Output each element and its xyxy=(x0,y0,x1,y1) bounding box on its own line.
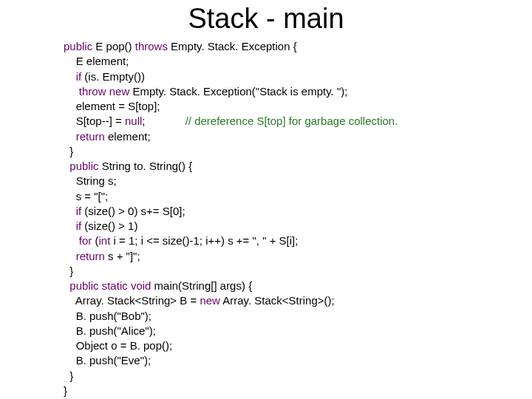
slide: Stack - main public E pop() throws Empty… xyxy=(0,3,532,399)
code-text: ; xyxy=(142,115,185,127)
kw-public: public xyxy=(64,40,92,52)
code-text: } xyxy=(64,384,67,397)
code-text: element; xyxy=(105,130,151,143)
slide-title: Stack - main xyxy=(0,3,532,35)
code-block: public E pop() throws Empty. Stack. Exce… xyxy=(64,39,532,398)
code-text: B. push("Eve"); xyxy=(64,354,151,366)
code-text: B. push("Alice"); xyxy=(64,324,156,337)
code-text: E element; xyxy=(64,55,129,67)
kw-for: for xyxy=(64,234,92,247)
code-text: ( xyxy=(92,234,98,247)
code-text: B. push("Bob"); xyxy=(64,310,151,322)
code-text: String s; xyxy=(64,174,117,187)
code-text: Object o = B. pop(); xyxy=(64,339,172,352)
code-text: Empty. Stack. Exception { xyxy=(168,40,297,52)
kw-if: if xyxy=(64,205,81,217)
kw-public: public xyxy=(64,160,99,172)
kw-new: new xyxy=(200,294,220,307)
kw-if: if xyxy=(64,219,81,232)
code-text: s = "["; xyxy=(64,190,108,202)
code-text: (size() > 0) s+= S[0]; xyxy=(81,205,185,217)
kw-static: static xyxy=(102,279,128,292)
kw-throw: throw xyxy=(64,85,106,98)
code-text: (is. Empty()) xyxy=(81,70,145,83)
code-text: } xyxy=(64,145,73,157)
code-text: Array. Stack<String> B = xyxy=(64,294,200,307)
code-text: Array. Stack<String>(); xyxy=(220,294,335,307)
kw-return: return xyxy=(64,250,105,262)
code-text: Empty. Stack. Exception("Stack is empty.… xyxy=(129,85,347,98)
kw-return: return xyxy=(64,130,105,143)
code-text: } xyxy=(64,265,73,277)
code-text: } xyxy=(64,369,73,382)
kw-null: null xyxy=(125,115,142,127)
code-text: i = 1; i <= size()-1; i++) s += ", " + S… xyxy=(110,234,298,247)
kw-int: int xyxy=(99,234,111,247)
code-text: s + "]"; xyxy=(105,250,140,262)
kw-if: if xyxy=(64,70,81,83)
code-text: S[top--] = xyxy=(64,115,125,127)
kw-public: public xyxy=(64,279,99,292)
code-comment: // dereference S[top] for garbage collec… xyxy=(185,115,398,127)
code-text: (size() > 1) xyxy=(81,219,137,232)
code-text: element = S[top]; xyxy=(64,100,160,112)
kw-new: new xyxy=(109,85,130,98)
code-text: main(String[] args) { xyxy=(151,279,252,292)
code-text: E pop() xyxy=(92,40,135,52)
code-text: String to. String() { xyxy=(99,160,193,172)
kw-throws: throws xyxy=(135,40,168,52)
kw-void: void xyxy=(131,279,151,292)
